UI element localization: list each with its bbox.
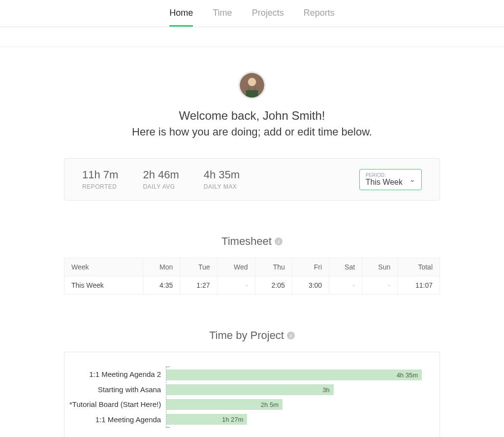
- chart-category-label: *Tutorial Board (Start Here!): [69, 398, 161, 411]
- info-icon[interactable]: i: [275, 237, 283, 245]
- stats-box: 11h 7m REPORTED 2h 46m DAILY AVG 4h 35m …: [64, 158, 440, 201]
- cell-total: 11:07: [398, 276, 440, 295]
- period-value: This Week: [366, 178, 403, 187]
- avatar-container: [64, 71, 440, 99]
- chart-bars: 4h 35m3h2h 5m1h 27m: [166, 367, 422, 427]
- avatar-image: [240, 73, 264, 98]
- stats-left: 11h 7m REPORTED 2h 46m DAILY AVG 4h 35m …: [82, 168, 240, 190]
- th-sat: Sat: [329, 258, 362, 276]
- cell-week-label: This Week: [64, 276, 143, 295]
- chart-bar-row: 1h 27m: [166, 412, 422, 426]
- th-sun: Sun: [362, 258, 398, 276]
- cell-fri[interactable]: 3:00: [292, 276, 329, 295]
- stat-daily-avg-value: 2h 46m: [143, 168, 179, 181]
- tab-projects[interactable]: Projects: [252, 0, 284, 27]
- tab-reports[interactable]: Reports: [304, 0, 335, 27]
- svg-point-1: [248, 78, 256, 86]
- cell-mon[interactable]: 4:35: [143, 276, 180, 295]
- chart-y-labels: 1:1 Meeting Agenda 2Starting with Asana*…: [69, 367, 166, 427]
- user-avatar[interactable]: [238, 71, 266, 99]
- th-mon: Mon: [143, 258, 180, 276]
- welcome-block: Welcome back, John Smith! Here is how yo…: [64, 109, 440, 138]
- cell-thu[interactable]: 2:05: [255, 276, 292, 295]
- chart-content: 1:1 Meeting Agenda 2Starting with Asana*…: [69, 367, 422, 427]
- svg-rect-2: [246, 90, 258, 98]
- timesheet-header-row: Week Mon Tue Wed Thu Fri Sat Sun Total: [64, 258, 440, 276]
- nav-tabs: Home Time Projects Reports: [169, 0, 334, 27]
- stat-daily-avg-label: DAILY AVG: [143, 183, 179, 190]
- th-tue: Tue: [180, 258, 217, 276]
- th-thu: Thu: [255, 258, 292, 276]
- welcome-subtitle: Here is how you are doing; add or edit t…: [64, 126, 440, 138]
- chart-bar[interactable]: 1h 27m: [166, 414, 247, 425]
- th-total: Total: [398, 258, 440, 276]
- chart-category-label: 1:1 Meeting Agenda: [69, 413, 161, 427]
- chart-category-label: 1:1 Meeting Agenda 2: [69, 368, 161, 381]
- timesheet-table: Week Mon Tue Wed Thu Fri Sat Sun Total T…: [64, 258, 440, 295]
- chart-category-label: Starting with Asana: [69, 383, 161, 397]
- chevron-down-icon: ⌄: [410, 175, 415, 183]
- chart-bar[interactable]: 3h: [166, 384, 334, 395]
- timesheet-title-text: Timesheet: [221, 235, 272, 248]
- chart-bar[interactable]: 4h 35m: [166, 370, 422, 380]
- cell-wed[interactable]: -: [217, 276, 255, 295]
- stat-daily-avg: 2h 46m DAILY AVG: [143, 168, 179, 190]
- time-by-project-title-text: Time by Project: [209, 329, 284, 342]
- stat-reported: 11h 7m REPORTED: [82, 168, 118, 190]
- chart-bar-row: 4h 35m: [166, 368, 422, 382]
- table-row[interactable]: This Week 4:35 1:27 - 2:05 3:00 - - 11:0…: [64, 276, 440, 295]
- timesheet-body: This Week 4:35 1:27 - 2:05 3:00 - - 11:0…: [64, 276, 440, 295]
- timesheet-head: Week Mon Tue Wed Thu Fri Sat Sun Total: [64, 258, 440, 276]
- stat-daily-max-label: DAILY MAX: [204, 183, 240, 190]
- period-select[interactable]: PERIOD: This Week ⌄: [359, 169, 422, 190]
- period-label: PERIOD:: [366, 172, 403, 178]
- stat-daily-max: 4h 35m DAILY MAX: [204, 168, 240, 190]
- header-shadow: [0, 27, 504, 47]
- stat-daily-max-value: 4h 35m: [204, 168, 240, 181]
- th-week: Week: [64, 258, 143, 276]
- th-fri: Fri: [292, 258, 329, 276]
- top-nav: Home Time Projects Reports: [0, 0, 504, 27]
- welcome-title: Welcome back, John Smith!: [64, 109, 440, 123]
- info-icon[interactable]: i: [287, 332, 295, 339]
- time-by-project-heading: Time by Project i: [64, 329, 440, 342]
- tab-time[interactable]: Time: [213, 0, 232, 27]
- cell-sat[interactable]: -: [329, 276, 362, 295]
- time-by-project-chart: 1:1 Meeting Agenda 2Starting with Asana*…: [64, 352, 440, 437]
- tab-home[interactable]: Home: [169, 0, 193, 27]
- cell-sun[interactable]: -: [362, 276, 398, 295]
- stat-reported-value: 11h 7m: [82, 168, 118, 181]
- th-wed: Wed: [217, 258, 255, 276]
- chart-bar-row: 2h 5m: [166, 398, 422, 411]
- cell-tue[interactable]: 1:27: [180, 276, 217, 295]
- timesheet-heading: Timesheet i: [64, 235, 440, 248]
- chart-bar[interactable]: 2h 5m: [166, 399, 283, 410]
- chart-bar-row: 3h: [166, 383, 422, 397]
- stat-reported-label: REPORTED: [82, 183, 118, 190]
